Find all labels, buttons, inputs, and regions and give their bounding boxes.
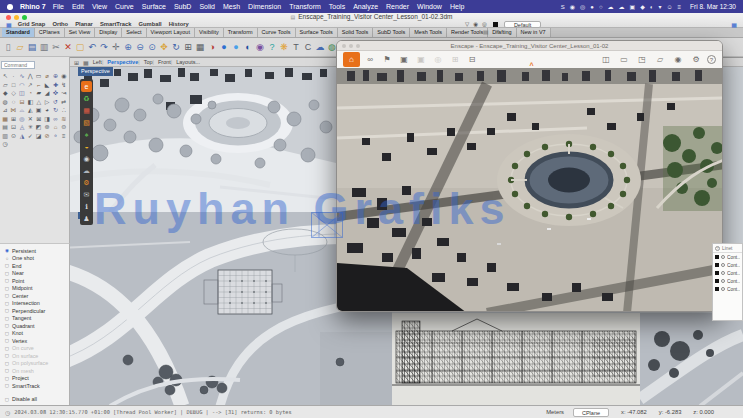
- osnap-checkbox[interactable]: ▢: [4, 338, 10, 343]
- toolbar-tab[interactable]: Drafting: [488, 28, 516, 37]
- menubar-status-icon[interactable]: ◐: [650, 4, 654, 10]
- osnap-option[interactable]: ▢ Tangent: [4, 315, 69, 323]
- tool-icon[interactable]: ↻: [51, 107, 59, 115]
- tool-icon[interactable]: ◪: [35, 133, 43, 141]
- tool-icon[interactable]: ≋: [60, 116, 68, 124]
- tool-icon[interactable]: ∿: [18, 73, 26, 81]
- tool-icon[interactable]: ⋀: [26, 73, 34, 81]
- osnap-checkbox[interactable]: ▢: [4, 286, 10, 291]
- enscape-render-view[interactable]: [337, 68, 723, 312]
- menu-item[interactable]: Edit: [72, 3, 84, 10]
- menubar-status-icon[interactable]: ◆: [640, 3, 645, 10]
- toolbar-tab[interactable]: Mesh Tools: [410, 28, 447, 37]
- toolbar-tab[interactable]: Standard: [2, 28, 35, 37]
- toolbar-button[interactable]: ▥: [38, 38, 50, 57]
- toolbar-button[interactable]: ⊞: [182, 38, 194, 57]
- osnap-option[interactable]: ◉ Persistent: [4, 247, 69, 255]
- layer-toggle[interactable]: [721, 263, 725, 267]
- tool-icon[interactable]: ⊕: [51, 73, 59, 81]
- enscape-toolbar-button[interactable]: ◎: [431, 53, 445, 66]
- linetype-column-header[interactable]: Linet: [722, 246, 732, 251]
- tool-icon[interactable]: ⌀: [43, 73, 51, 81]
- viewport-tab[interactable]: Top: [138, 59, 152, 65]
- tool-icon[interactable]: ◨: [43, 116, 51, 124]
- osnap-option[interactable]: ▢ Disable all: [4, 396, 69, 404]
- tool-icon[interactable]: ⊿: [1, 107, 9, 115]
- menu-item[interactable]: Transform: [289, 3, 321, 10]
- osnap-option[interactable]: ▢ Knot: [4, 330, 69, 338]
- enscape-tool-icon[interactable]: ◒: [81, 141, 92, 152]
- tool-icon[interactable]: ▭: [35, 73, 43, 81]
- osnap-checkbox[interactable]: ▢: [4, 383, 10, 388]
- panel-icon[interactable]: ▤: [483, 28, 489, 37]
- menubar-status-icon[interactable]: ◎: [580, 3, 585, 10]
- apple-logo-icon[interactable]: [7, 4, 13, 10]
- layer-toggle[interactable]: [721, 287, 725, 291]
- tool-icon[interactable]: ⊠: [35, 116, 43, 124]
- tool-icon[interactable]: ⊘: [43, 133, 51, 141]
- toolbar-button[interactable]: C: [302, 38, 314, 57]
- tool-icon[interactable]: ⊞: [9, 116, 17, 124]
- enscape-tool-icon[interactable]: ▦: [81, 105, 92, 116]
- toolbar-tab[interactable]: Viewport Layout: [147, 28, 195, 37]
- menu-item[interactable]: Analyze: [353, 3, 378, 10]
- toolbar-button[interactable]: ↷: [98, 38, 110, 57]
- perspective-viewport-scene[interactable]: [70, 67, 336, 212]
- chevron-up-icon[interactable]: ^: [530, 62, 534, 69]
- tool-icon[interactable]: ⊟: [18, 99, 26, 107]
- viewport-label-perspective[interactable]: Perspective: [78, 67, 113, 76]
- enscape-tool-icon[interactable]: ♠: [81, 129, 92, 140]
- toolbar-button[interactable]: ●: [230, 38, 242, 57]
- viewport-tab[interactable]: Layouts...: [171, 59, 200, 65]
- modeling-aid-toggle[interactable]: Gumball: [138, 21, 161, 27]
- tool-icon[interactable]: □: [9, 82, 17, 90]
- toolbar-tab[interactable]: Set View: [65, 28, 96, 37]
- enscape-toolbar-button[interactable]: ⚙: [689, 53, 703, 66]
- osnap-checkbox[interactable]: ▢: [4, 361, 10, 366]
- tool-icon[interactable]: ◩: [35, 124, 43, 132]
- tool-icon[interactable]: ▰: [35, 90, 43, 98]
- menu-item[interactable]: Tools: [329, 3, 345, 10]
- toolbar-button[interactable]: ✕: [62, 38, 74, 57]
- layer-color-swatch[interactable]: [715, 255, 719, 259]
- tool-icon[interactable]: ◆: [1, 90, 9, 98]
- modeling-aid-toggle[interactable]: SmartTrack: [100, 21, 132, 27]
- tool-icon[interactable]: ⇄: [60, 99, 68, 107]
- single-view-icon[interactable]: ⊞: [74, 59, 79, 66]
- enscape-tool-icon[interactable]: ♟: [81, 213, 92, 224]
- cplane-dropdown[interactable]: CPlane: [573, 408, 609, 417]
- tool-icon[interactable]: ◍: [1, 99, 9, 107]
- tool-icon[interactable]: ✳: [26, 124, 34, 132]
- enscape-toolbar-button[interactable]: ▣: [414, 53, 428, 66]
- tool-icon[interactable]: ◧: [26, 99, 34, 107]
- tool-icon[interactable]: ◉: [60, 73, 68, 81]
- tool-icon[interactable]: ✜: [51, 90, 59, 98]
- four-view-icon[interactable]: ▦: [83, 59, 89, 66]
- tool-icon[interactable]: ◬: [18, 124, 26, 132]
- tool-icon[interactable]: ◫: [18, 90, 26, 98]
- toolbar-tab[interactable]: Display: [95, 28, 122, 37]
- help-icon[interactable]: ?: [715, 246, 720, 251]
- osnap-option[interactable]: ▢ Project: [4, 375, 69, 383]
- osnap-option[interactable]: ▢ Midpoint: [4, 285, 69, 293]
- osnap-checkbox[interactable]: ○: [4, 256, 10, 261]
- menu-item[interactable]: Surface: [142, 3, 166, 10]
- menu-item[interactable]: SubD: [174, 3, 192, 10]
- tool-icon[interactable]: ⌓: [18, 107, 26, 115]
- menubar-status-icon[interactable]: ≡: [678, 4, 682, 10]
- toolbar-button[interactable]: ▤: [26, 38, 38, 57]
- menubar-status-icon[interactable]: ●: [590, 4, 594, 10]
- menu-item[interactable]: File: [53, 3, 64, 10]
- panels-icon[interactable]: ▦: [6, 21, 12, 28]
- menubar-status-icon[interactable]: S: [561, 4, 565, 10]
- tool-icon[interactable]: ◮: [18, 133, 26, 141]
- osnap-checkbox[interactable]: ▢: [4, 368, 10, 373]
- menu-item[interactable]: Dimension: [248, 3, 281, 10]
- tool-icon[interactable]: ⌐: [35, 82, 43, 90]
- tool-icon[interactable]: ↗: [26, 82, 34, 90]
- enscape-toolbar-button[interactable]: ▱: [653, 53, 667, 66]
- osnap-checkbox[interactable]: ▢: [4, 346, 10, 351]
- osnap-option[interactable]: ▢ End: [4, 262, 69, 270]
- enscape-tool-icon[interactable]: e: [81, 81, 92, 92]
- osnap-option[interactable]: ▢ SmartTrack: [4, 382, 69, 390]
